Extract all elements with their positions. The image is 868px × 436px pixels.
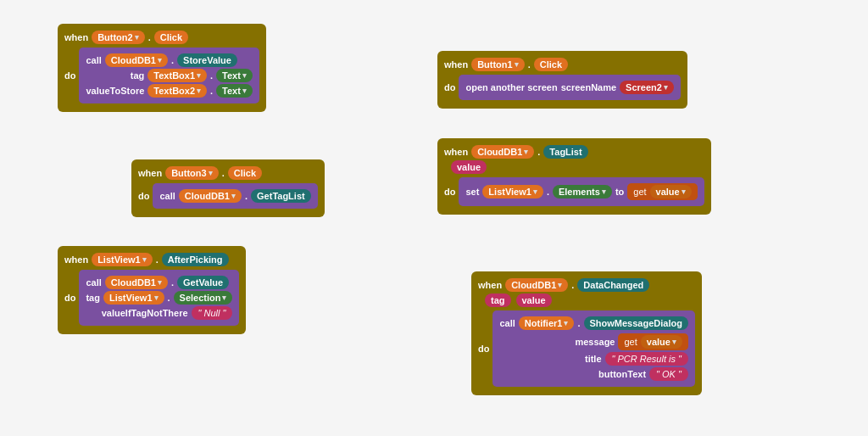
value-param-pill: value [451,160,487,174]
click-pill-1[interactable]: Click [154,31,188,44]
value-get-pill[interactable]: value ▾ [650,185,692,198]
call-label-3: call [159,191,175,201]
when-label-6: when [478,280,502,290]
block6-when-clouddb1-datachanged: when CloudDB1 ▾ . DataChanged tag value … [471,271,702,395]
listview1-a-pill[interactable]: ListView1 ▾ [482,185,543,198]
clouddb1-b-pill[interactable]: CloudDB1 ▾ [179,189,242,203]
call-label-5: call [86,277,101,288]
getvalue-pill[interactable]: GetValue [177,276,229,289]
block3-when-button3-click: when Button3 ▾ . Click do call CloudDB1 … [131,159,325,217]
when-label-5: when [64,254,88,265]
title-str-pill: " PCR Result is " [605,352,688,366]
taglist-pill[interactable]: TagList [543,145,587,159]
when-label-4: when [444,147,468,157]
button1-pill[interactable]: Button1 ▾ [471,58,525,71]
value-param-pill-2: value [516,293,552,307]
selection-pill[interactable]: Selection ▾ [174,291,233,305]
button2-pill[interactable]: Button2 ▾ [92,31,145,44]
ok-str-pill: " OK " [649,367,688,381]
call-label-6: call [499,318,515,328]
block4-when-clouddb1-taglist: when CloudDB1 ▾ . TagList value do set L… [437,138,711,215]
buttontext-label: buttonText [598,369,646,379]
gettaglist-pill[interactable]: GetTagList [251,189,311,203]
when-label-3: when [138,168,162,178]
message-label: message [575,337,615,347]
do-label-3: do [138,191,149,201]
tag-param-pill: tag [485,293,511,307]
when-label-2: when [444,59,468,70]
to-label: to [615,187,624,197]
showmessage-pill[interactable]: ShowMessageDialog [584,316,688,330]
do-label-4: do [444,187,455,197]
textbox1-pill[interactable]: TextBox1 ▾ [147,69,207,82]
clouddb1-c-pill[interactable]: CloudDB1 ▾ [471,145,534,159]
afterpicking-pill[interactable]: AfterPicking [162,253,229,266]
clouddb1-e-pill[interactable]: CloudDB1 ▾ [505,278,568,292]
tag-label-1: tag [131,70,145,81]
textbox2-pill[interactable]: TextBox2 ▾ [147,84,207,98]
open-screen-block: open another screen screenName Screen2 ▾ [459,75,680,100]
get-value-block: get value ▾ [627,183,697,200]
screen2-pill[interactable]: Screen2 ▾ [620,81,674,94]
call-storevalue-block: call CloudDB1 ▾ . StoreValue tag TextBox… [79,48,259,103]
call-showmessage-block: call Notifier1 ▾ . ShowMessageDialog mes… [492,310,694,387]
text2-pill[interactable]: Text ▾ [216,84,253,98]
click-pill-3[interactable]: Click [228,166,262,180]
do-label-2: do [444,82,455,92]
title-label: title [585,354,602,364]
value-get-pill-2[interactable]: value ▾ [641,335,682,349]
do-label-5: do [64,293,75,303]
get-value-block-2: get value ▾ [618,333,687,350]
click-pill-2[interactable]: Click [534,58,568,71]
listview1-b-pill[interactable]: ListView1 ▾ [92,253,153,266]
clouddb1-d-pill[interactable]: CloudDB1 ▾ [105,276,168,289]
text1-pill[interactable]: Text ▾ [216,69,253,82]
dot-label-1: . [148,32,151,42]
notifier1-pill[interactable]: Notifier1 ▾ [519,316,575,330]
clouddb1-a-pill[interactable]: CloudDB1 ▾ [105,53,168,67]
call-getvalue-block: call CloudDB1 ▾ . GetValue tag ListView1… [79,270,239,326]
datachanged-pill[interactable]: DataChanged [577,278,649,292]
set-elements-block: set ListView1 ▾ . Elements ▾ to get va [459,177,704,206]
tag-label-5: tag [86,293,100,303]
set-label: set [465,187,479,197]
valueitagnothere-label: valueIfTagNotThere [102,308,188,318]
call-label-1: call [86,55,101,65]
open-label: open another screen [465,82,557,92]
block1-when-button2-click: when Button2 ▾ . Click do call CloudDB1 … [58,24,266,112]
block5-when-listview1-afterpicking: when ListView1 ▾ . AfterPicking do call … [58,246,246,334]
elements-pill[interactable]: Elements ▾ [553,185,612,198]
storevalue-pill[interactable]: StoreValue [177,53,237,67]
call-gettaglist-block: call CloudDB1 ▾ . GetTagList [153,183,317,209]
do-label-6: do [478,344,489,354]
null-str-pill: " Null " [192,306,233,320]
do-label-1: do [64,70,75,81]
when-label-1: when [64,32,88,42]
button3-pill[interactable]: Button3 ▾ [165,166,219,180]
listview1-c-pill[interactable]: ListView1 ▾ [103,291,164,305]
valuetostore-label: valueToStore [86,86,144,96]
block2-when-button1-click: when Button1 ▾ . Click do open another s… [437,51,687,109]
